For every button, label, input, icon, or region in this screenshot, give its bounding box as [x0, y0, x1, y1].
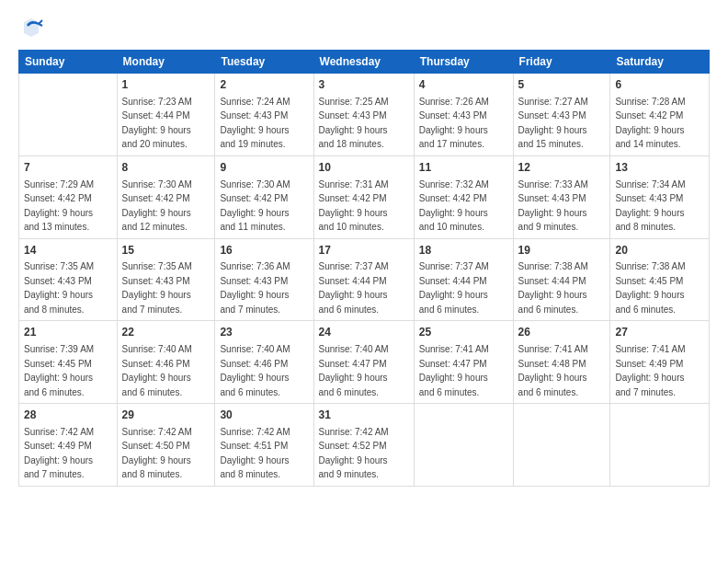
day-number: 12: [518, 160, 606, 176]
day-info: Sunrise: 7:26 AM Sunset: 4:43 PM Dayligh…: [419, 97, 489, 150]
calendar-cell: 28Sunrise: 7:42 AM Sunset: 4:49 PM Dayli…: [19, 404, 118, 487]
calendar-cell: 11Sunrise: 7:32 AM Sunset: 4:42 PM Dayli…: [414, 155, 513, 238]
day-number: 2: [220, 77, 308, 93]
day-info: Sunrise: 7:37 AM Sunset: 4:44 PM Dayligh…: [319, 261, 389, 315]
day-number: 11: [419, 160, 508, 176]
calendar-cell: 8Sunrise: 7:30 AM Sunset: 4:42 PM Daylig…: [117, 155, 215, 238]
day-number: 9: [220, 160, 308, 176]
day-info: Sunrise: 7:38 AM Sunset: 4:45 PM Dayligh…: [615, 261, 685, 315]
day-info: Sunrise: 7:31 AM Sunset: 4:42 PM Dayligh…: [319, 179, 389, 233]
day-number: 22: [122, 325, 210, 340]
day-info: Sunrise: 7:27 AM Sunset: 4:43 PM Dayligh…: [518, 97, 588, 150]
day-info: Sunrise: 7:35 AM Sunset: 4:43 PM Dayligh…: [24, 261, 94, 315]
weekday-header-monday: Monday: [117, 51, 215, 74]
day-info: Sunrise: 7:23 AM Sunset: 4:44 PM Dayligh…: [122, 97, 192, 150]
calendar-week-4: 21Sunrise: 7:39 AM Sunset: 4:45 PM Dayli…: [19, 321, 710, 404]
day-info: Sunrise: 7:32 AM Sunset: 4:42 PM Dayligh…: [419, 179, 489, 233]
day-number: 5: [518, 77, 606, 93]
calendar-week-1: 1Sunrise: 7:23 AM Sunset: 4:44 PM Daylig…: [19, 74, 710, 156]
calendar-cell: 15Sunrise: 7:35 AM Sunset: 4:43 PM Dayli…: [117, 238, 215, 321]
weekday-header-thursday: Thursday: [414, 51, 513, 74]
day-info: Sunrise: 7:40 AM Sunset: 4:46 PM Dayligh…: [122, 344, 192, 397]
day-number: 3: [319, 77, 409, 93]
calendar-cell: 16Sunrise: 7:36 AM Sunset: 4:43 PM Dayli…: [215, 238, 313, 321]
calendar-cell: 30Sunrise: 7:42 AM Sunset: 4:51 PM Dayli…: [215, 404, 313, 487]
day-info: Sunrise: 7:24 AM Sunset: 4:43 PM Dayligh…: [220, 97, 290, 150]
calendar-header: SundayMondayTuesdayWednesdayThursdayFrid…: [19, 51, 710, 74]
day-number: 24: [319, 325, 409, 340]
calendar-cell: 18Sunrise: 7:37 AM Sunset: 4:44 PM Dayli…: [414, 238, 513, 321]
weekday-header-saturday: Saturday: [610, 51, 710, 74]
weekday-header-row: SundayMondayTuesdayWednesdayThursdayFrid…: [19, 51, 710, 74]
day-info: Sunrise: 7:33 AM Sunset: 4:43 PM Dayligh…: [518, 179, 588, 233]
logo-icon: [18, 15, 44, 40]
day-number: 14: [24, 243, 112, 259]
day-info: Sunrise: 7:42 AM Sunset: 4:50 PM Dayligh…: [122, 427, 192, 480]
calendar-cell: 3Sunrise: 7:25 AM Sunset: 4:43 PM Daylig…: [313, 74, 414, 156]
day-number: 7: [24, 160, 112, 176]
calendar-cell: 22Sunrise: 7:40 AM Sunset: 4:46 PM Dayli…: [117, 321, 215, 404]
day-number: 10: [319, 160, 409, 176]
page-container: SundayMondayTuesdayWednesdayThursdayFrid…: [0, 0, 728, 563]
calendar-cell: 12Sunrise: 7:33 AM Sunset: 4:43 PM Dayli…: [513, 155, 610, 238]
weekday-header-friday: Friday: [513, 51, 610, 74]
calendar-cell: 6Sunrise: 7:28 AM Sunset: 4:42 PM Daylig…: [610, 74, 710, 156]
weekday-header-sunday: Sunday: [19, 51, 118, 74]
calendar-cell: [19, 74, 118, 156]
day-number: 8: [122, 160, 210, 176]
day-info: Sunrise: 7:40 AM Sunset: 4:46 PM Dayligh…: [220, 344, 290, 397]
calendar-week-5: 28Sunrise: 7:42 AM Sunset: 4:49 PM Dayli…: [19, 404, 710, 487]
day-info: Sunrise: 7:39 AM Sunset: 4:45 PM Dayligh…: [24, 344, 94, 397]
calendar-cell: [610, 404, 710, 487]
day-info: Sunrise: 7:28 AM Sunset: 4:42 PM Dayligh…: [615, 97, 685, 150]
calendar-cell: 25Sunrise: 7:41 AM Sunset: 4:47 PM Dayli…: [414, 321, 513, 404]
day-info: Sunrise: 7:29 AM Sunset: 4:42 PM Dayligh…: [24, 179, 94, 233]
day-number: 26: [518, 325, 606, 340]
calendar-table: SundayMondayTuesdayWednesdayThursdayFrid…: [18, 50, 710, 487]
day-info: Sunrise: 7:30 AM Sunset: 4:42 PM Dayligh…: [220, 179, 290, 233]
day-info: Sunrise: 7:41 AM Sunset: 4:47 PM Dayligh…: [419, 344, 489, 397]
calendar-cell: 9Sunrise: 7:30 AM Sunset: 4:42 PM Daylig…: [215, 155, 313, 238]
calendar-cell: 10Sunrise: 7:31 AM Sunset: 4:42 PM Dayli…: [313, 155, 414, 238]
day-number: 23: [220, 325, 308, 340]
day-info: Sunrise: 7:42 AM Sunset: 4:49 PM Dayligh…: [24, 427, 94, 480]
day-info: Sunrise: 7:25 AM Sunset: 4:43 PM Dayligh…: [319, 97, 389, 150]
day-info: Sunrise: 7:40 AM Sunset: 4:47 PM Dayligh…: [319, 344, 389, 397]
calendar-cell: 23Sunrise: 7:40 AM Sunset: 4:46 PM Dayli…: [215, 321, 313, 404]
day-number: 19: [518, 243, 606, 259]
day-info: Sunrise: 7:42 AM Sunset: 4:52 PM Dayligh…: [319, 427, 389, 480]
calendar-cell: 14Sunrise: 7:35 AM Sunset: 4:43 PM Dayli…: [19, 238, 118, 321]
calendar-cell: [513, 404, 610, 487]
calendar-body: 1Sunrise: 7:23 AM Sunset: 4:44 PM Daylig…: [19, 74, 710, 487]
day-number: 31: [319, 408, 409, 423]
calendar-cell: 26Sunrise: 7:41 AM Sunset: 4:48 PM Dayli…: [513, 321, 610, 404]
calendar-cell: 19Sunrise: 7:38 AM Sunset: 4:44 PM Dayli…: [513, 238, 610, 321]
day-number: 29: [122, 408, 210, 423]
calendar-cell: 4Sunrise: 7:26 AM Sunset: 4:43 PM Daylig…: [414, 74, 513, 156]
calendar-cell: 21Sunrise: 7:39 AM Sunset: 4:45 PM Dayli…: [19, 321, 118, 404]
calendar-cell: 5Sunrise: 7:27 AM Sunset: 4:43 PM Daylig…: [513, 74, 610, 156]
day-number: 30: [220, 408, 308, 423]
day-number: 16: [220, 243, 308, 259]
calendar-cell: [414, 404, 513, 487]
weekday-header-wednesday: Wednesday: [313, 51, 414, 74]
day-info: Sunrise: 7:42 AM Sunset: 4:51 PM Dayligh…: [220, 427, 290, 480]
calendar-cell: 17Sunrise: 7:37 AM Sunset: 4:44 PM Dayli…: [313, 238, 414, 321]
calendar-week-3: 14Sunrise: 7:35 AM Sunset: 4:43 PM Dayli…: [19, 238, 710, 321]
day-number: 6: [615, 77, 704, 93]
day-info: Sunrise: 7:36 AM Sunset: 4:43 PM Dayligh…: [220, 261, 290, 315]
day-number: 20: [615, 243, 704, 259]
day-info: Sunrise: 7:37 AM Sunset: 4:44 PM Dayligh…: [419, 261, 489, 315]
day-number: 15: [122, 243, 210, 259]
day-info: Sunrise: 7:41 AM Sunset: 4:49 PM Dayligh…: [615, 344, 685, 397]
calendar-cell: 2Sunrise: 7:24 AM Sunset: 4:43 PM Daylig…: [215, 74, 313, 156]
day-number: 18: [419, 243, 508, 259]
day-info: Sunrise: 7:41 AM Sunset: 4:48 PM Dayligh…: [518, 344, 588, 397]
calendar-cell: 13Sunrise: 7:34 AM Sunset: 4:43 PM Dayli…: [610, 155, 710, 238]
day-number: 25: [419, 325, 508, 340]
day-number: 28: [24, 408, 112, 423]
calendar-week-2: 7Sunrise: 7:29 AM Sunset: 4:42 PM Daylig…: [19, 155, 710, 238]
calendar-cell: 20Sunrise: 7:38 AM Sunset: 4:45 PM Dayli…: [610, 238, 710, 321]
calendar-cell: 31Sunrise: 7:42 AM Sunset: 4:52 PM Dayli…: [313, 404, 414, 487]
calendar-cell: 24Sunrise: 7:40 AM Sunset: 4:47 PM Dayli…: [313, 321, 414, 404]
